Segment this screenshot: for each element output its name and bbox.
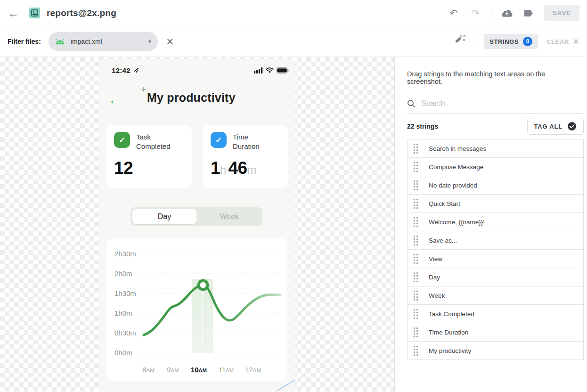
task-completed-label[interactable]: Task Completed [136, 132, 171, 151]
string-label: View [429, 255, 442, 262]
cellular-signal-icon [254, 67, 263, 74]
y-tick-label: 2h0m [114, 270, 132, 278]
list-item[interactable]: Compose Message [407, 157, 584, 176]
clear-file-filter-icon[interactable]: ✕ [166, 36, 174, 47]
strings-count-badge: 0 [523, 37, 532, 46]
phone-screen-title[interactable]: My productivity [147, 91, 236, 105]
list-item[interactable]: No date provided [407, 176, 584, 195]
magic-wand-icon[interactable] [452, 34, 466, 49]
x-tick-label: 10AM [191, 366, 207, 374]
phone-status-bar: 12:42 [112, 65, 289, 75]
string-list: Search in messages Compose Message [407, 139, 584, 360]
chevron-down-icon: ▾ [148, 38, 151, 45]
phone-screenshot[interactable]: 12:42 [99, 59, 295, 392]
drag-handle-icon[interactable] [413, 180, 418, 191]
toggle-week[interactable]: Week [196, 212, 262, 221]
drag-handle-icon[interactable] [413, 272, 418, 283]
toolbar-divider [491, 6, 491, 20]
save-button[interactable]: SAVE [544, 5, 579, 21]
list-item[interactable]: View [407, 249, 584, 268]
redo-icon[interactable]: ↷ [469, 7, 481, 19]
status-time: 12:42 [112, 66, 130, 74]
list-item[interactable]: Search in messages [407, 139, 584, 158]
string-label: No date provided [429, 182, 477, 189]
day-week-toggle: Day Week [130, 207, 262, 226]
toggle-day[interactable]: Day [132, 209, 196, 224]
list-item[interactable]: My productivity [407, 341, 584, 360]
strings-panel: Drag strings to the matching text areas … [394, 57, 587, 392]
list-item[interactable]: Task Completed [407, 304, 584, 323]
y-tick-label: 0h0m [114, 349, 132, 357]
string-label: Task Completed [429, 310, 474, 318]
task-completed-value[interactable]: 12 [114, 158, 184, 178]
drag-handle-icon[interactable] [413, 162, 418, 172]
battery-icon [276, 67, 289, 74]
wifi-icon [266, 67, 274, 74]
location-arrow-icon [133, 67, 139, 73]
list-item[interactable]: Quick Start [407, 194, 584, 213]
list-item[interactable]: Welcome, {{name}}! [407, 212, 584, 231]
list-item[interactable]: Week [407, 286, 584, 305]
string-label: Time Duration [429, 329, 468, 336]
top-toolbar: ← reports@2x.png ↶ ↷ SAVE [0, 0, 587, 26]
upload-cloud-icon[interactable] [501, 7, 513, 19]
string-label: My productivity [429, 347, 471, 354]
tag-all-button[interactable]: TAG ALL [527, 118, 584, 135]
tag-icon[interactable] [522, 7, 535, 19]
filter-files-label: Filter files: [8, 38, 41, 45]
y-tick-label: 2h30m [114, 250, 136, 258]
tag-all-label: TAG ALL [534, 123, 563, 130]
drag-handle-icon[interactable] [413, 327, 418, 338]
undo-icon[interactable]: ↶ [448, 7, 460, 19]
drag-handle-icon[interactable] [413, 309, 418, 319]
drag-handle-icon[interactable] [413, 198, 418, 209]
task-completed-card[interactable]: ✓ Task Completed 12 [106, 125, 192, 188]
strings-header: 22 strings TAG ALL [407, 114, 584, 139]
drag-handle-icon[interactable] [413, 235, 418, 246]
drag-handle-icon[interactable] [413, 217, 418, 228]
drag-handle-icon[interactable] [413, 143, 418, 154]
android-icon [55, 39, 65, 45]
list-item[interactable]: Time Duration [407, 323, 584, 342]
phone-nav-bar: ← + My productivity [99, 83, 295, 121]
check-circle-icon [567, 122, 577, 131]
panel-instruction: Drag strings to the matching text areas … [407, 70, 578, 85]
back-arrow-icon[interactable]: ← [8, 7, 22, 20]
phone-back-arrow-icon[interactable]: ← [108, 94, 121, 106]
x-tick-label: 8AM [142, 366, 154, 374]
strings-filter-button[interactable]: STRINGS 0 [484, 34, 538, 49]
strings-label: STRINGS [489, 38, 519, 45]
screenshot-canvas: 12:42 [0, 57, 394, 392]
clear-button[interactable]: CLEAR ✕ [546, 37, 579, 46]
search-bar[interactable] [407, 99, 584, 114]
clear-label: CLEAR [546, 38, 569, 45]
selected-file-label: impact.xml [71, 38, 102, 45]
cropped-blue-line [274, 378, 295, 392]
search-icon [407, 99, 416, 108]
filterbar-divider [475, 33, 475, 49]
time-duration-card[interactable]: ✓ Time Duration 1h46m [203, 125, 288, 188]
time-duration-value[interactable]: 1h46m [211, 158, 281, 178]
green-check-icon: ✓ [114, 132, 130, 148]
file-filter-dropdown[interactable]: impact.xml ▾ [49, 32, 158, 51]
x-tick-label: 11AM [219, 366, 234, 374]
time-duration-label[interactable]: Time Duration [233, 132, 260, 151]
list-item[interactable]: Day [407, 268, 584, 286]
drag-handle-icon[interactable] [413, 290, 418, 301]
string-label: Week [429, 292, 445, 299]
list-item[interactable]: Save as... [407, 231, 584, 250]
drag-handle-icon[interactable] [413, 253, 418, 264]
string-label: Save as... [429, 237, 457, 244]
plus-marker: + [141, 84, 147, 95]
search-input[interactable] [421, 99, 584, 108]
string-label: Compose Message [429, 163, 483, 171]
x-tick-label: 12AM [245, 366, 261, 374]
stat-cards: ✓ Task Completed 12 ✓ Time Duration [106, 125, 288, 188]
drag-handle-icon[interactable] [413, 345, 418, 356]
string-label: Welcome, {{name}}! [429, 219, 485, 226]
x-tick-label: 9AM [167, 366, 179, 374]
y-tick-label: 0h30m [114, 329, 136, 337]
page-title: reports@2x.png [47, 8, 116, 18]
peak-marker [199, 281, 208, 290]
productivity-chart[interactable]: 2h30m2h0m1h30m1h0m0h30m0h0m 8AM9AM10AM11… [106, 238, 286, 381]
